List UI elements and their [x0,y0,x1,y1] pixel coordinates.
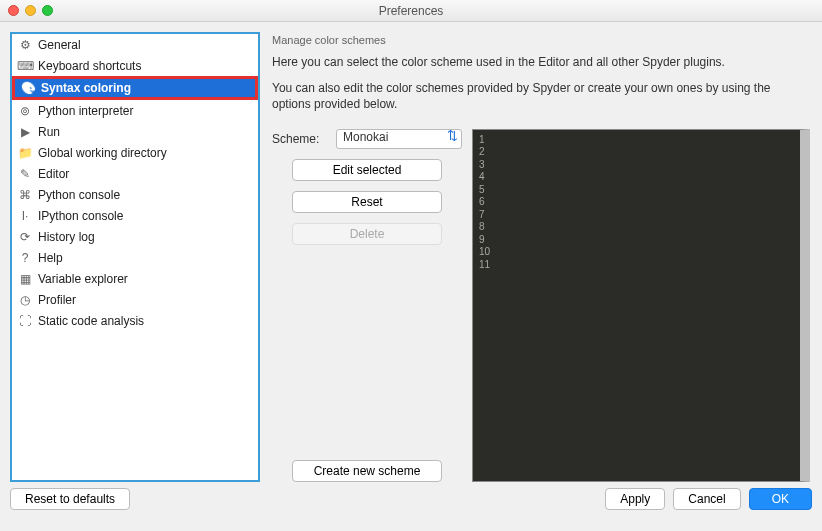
sidebar-item-label: Variable explorer [38,272,128,286]
window-title: Preferences [0,4,822,18]
scheme-select[interactable]: Monokai ⇅ [336,129,462,149]
sidebar-item-global-working-directory[interactable]: 📁Global working directory [12,142,258,163]
play-icon: ▶ [18,125,32,139]
chevron-updown-icon: ⇅ [447,132,457,140]
palette-icon: 🎨 [21,81,35,95]
sidebar-item-python-interpreter[interactable]: ⊚Python interpreter [12,100,258,121]
main-panel: Manage color schemes Here you can select… [270,32,812,482]
apply-button[interactable]: Apply [605,488,665,510]
sidebar-item-label: Help [38,251,63,265]
scheme-preview: 1234567891011 [472,129,810,482]
preview-line: 2 [479,146,794,159]
sidebar-item-label: Python console [38,188,120,202]
reset-button[interactable]: Reset [292,191,442,213]
sidebar-item-label: General [38,38,81,52]
sidebar-item-ipython-console[interactable]: I·IPython console [12,205,258,226]
gear-icon: ⚙ [18,38,32,52]
sidebar-item-keyboard-shortcuts[interactable]: ⌨Keyboard shortcuts [12,55,258,76]
scheme-label: Scheme: [272,132,330,146]
sidebar-item-label: Keyboard shortcuts [38,59,141,73]
sidebar-item-label: Profiler [38,293,76,307]
preview-line: 4 [479,171,794,184]
preview-line: 8 [479,221,794,234]
sidebar-item-label: Run [38,125,60,139]
sidebar-item-profiler[interactable]: ◷Profiler [12,289,258,310]
sidebar-item-variable-explorer[interactable]: ▦Variable explorer [12,268,258,289]
sidebar-item-label: History log [38,230,95,244]
preview-line: 9 [479,234,794,247]
sidebar-item-static-code-analysis[interactable]: ⛶Static code analysis [12,310,258,331]
preview-line: 3 [479,159,794,172]
profiler-icon: ◷ [18,293,32,307]
table-icon: ▦ [18,272,32,286]
titlebar: Preferences [0,0,822,22]
sidebar-item-editor[interactable]: ✎Editor [12,163,258,184]
bug-icon: ⛶ [18,314,32,328]
preview-line: 1 [479,134,794,147]
help-icon: ? [18,251,32,265]
keyboard-icon: ⌨ [18,59,32,73]
sidebar-item-general[interactable]: ⚙General [12,34,258,55]
sidebar-item-run[interactable]: ▶Run [12,121,258,142]
delete-button: Delete [292,223,442,245]
sidebar-item-label: Python interpreter [38,104,133,118]
pencil-icon: ✎ [18,167,32,181]
python-icon: ⊚ [18,104,32,118]
clock-icon: ⟳ [18,230,32,244]
terminal-icon: ⌘ [18,188,32,202]
sidebar-item-help[interactable]: ?Help [12,247,258,268]
preview-line: 11 [479,259,794,272]
preview-line: 6 [479,196,794,209]
section-desc-2: You can also edit the color schemes prov… [270,76,812,118]
section-title: Manage color schemes [270,32,812,50]
ok-button[interactable]: OK [749,488,812,510]
preview-line: 10 [479,246,794,259]
preferences-sidebar: ⚙General⌨Keyboard shortcuts🎨Syntax color… [10,32,260,482]
cancel-button[interactable]: Cancel [673,488,740,510]
section-desc-1: Here you can select the color scheme use… [270,50,812,76]
folder-icon: 📁 [18,146,32,160]
sidebar-item-label: Editor [38,167,69,181]
edit-selected-button[interactable]: Edit selected [292,159,442,181]
ipy-icon: I· [18,209,32,223]
sidebar-item-label: Global working directory [38,146,167,160]
scheme-select-value: Monokai [343,130,388,144]
sidebar-item-history-log[interactable]: ⟳History log [12,226,258,247]
sidebar-item-label: IPython console [38,209,123,223]
dialog-footer: Reset to defaults Apply Cancel OK [0,482,822,518]
preview-line: 7 [479,209,794,222]
create-scheme-button[interactable]: Create new scheme [292,460,442,482]
reset-defaults-button[interactable]: Reset to defaults [10,488,130,510]
sidebar-item-python-console[interactable]: ⌘Python console [12,184,258,205]
preview-line: 5 [479,184,794,197]
sidebar-item-label: Syntax coloring [41,81,131,95]
sidebar-item-syntax-coloring[interactable]: 🎨Syntax coloring [12,76,258,100]
sidebar-item-label: Static code analysis [38,314,144,328]
